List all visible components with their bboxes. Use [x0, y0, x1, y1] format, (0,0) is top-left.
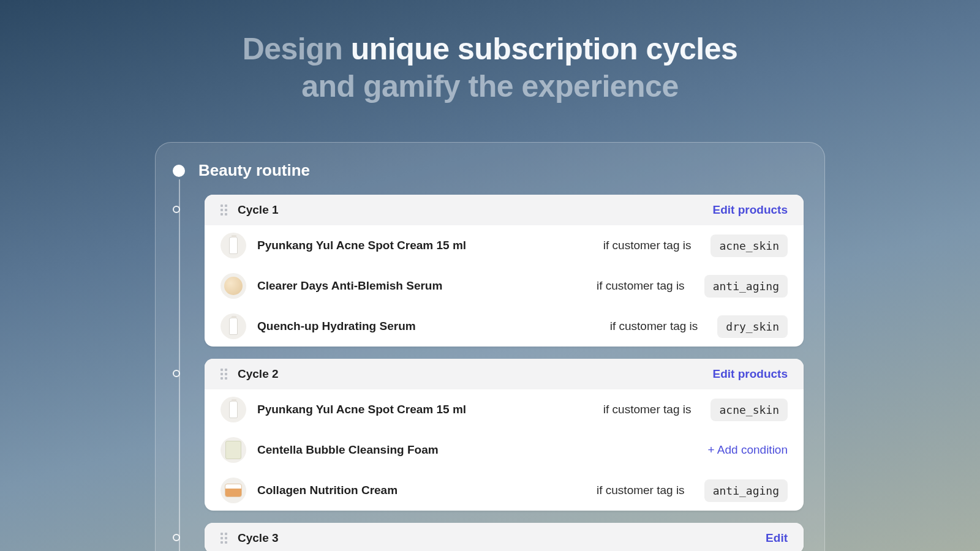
add-condition-link[interactable]: + Add condition: [708, 443, 788, 457]
timeline-dot: [173, 370, 180, 377]
drag-handle-icon[interactable]: [221, 533, 229, 544]
customer-tag-chip: acne_skin: [710, 399, 788, 421]
condition-label: if customer tag is: [603, 403, 692, 416]
product-row: Pyunkang Yul Acne Spot Cream 15 mlif cus…: [205, 389, 804, 430]
timeline-line: [179, 179, 180, 551]
customer-tag-chip: dry_skin: [717, 315, 788, 338]
product-row: Pyunkang Yul Acne Spot Cream 15 mlif cus…: [205, 225, 804, 266]
timeline-dot: [173, 206, 180, 213]
timeline-start-dot: [173, 165, 185, 177]
cycle-header: Cycle 2Edit products: [205, 359, 804, 389]
product-row: Clearer Days Anti-Blemish Serumif custom…: [205, 266, 804, 306]
condition-label: if customer tag is: [603, 239, 692, 252]
product-name: Quench-up Hydrating Serum: [257, 320, 416, 333]
cycle: Cycle 1Edit productsPyunkang Yul Acne Sp…: [205, 195, 804, 347]
product-row: Collagen Nutrition Creamif customer tag …: [205, 470, 804, 511]
hero-muted-2: and gamify the experience: [301, 69, 679, 103]
timeline-dot: [173, 534, 180, 541]
edit-products-link[interactable]: Edit: [766, 531, 788, 545]
cycle: Cycle 3Edit: [205, 523, 804, 551]
condition-label: if customer tag is: [610, 320, 698, 333]
product-name: Centella Bubble Cleansing Foam: [257, 443, 439, 457]
hero: Design unique subscription cycles and ga…: [0, 0, 980, 124]
hero-title: Design unique subscription cycles and ga…: [0, 31, 980, 105]
cycle-header: Cycle 1Edit products: [205, 195, 804, 225]
routine-header: Beauty routine: [173, 161, 804, 180]
cycle-title: Cycle 3: [238, 531, 279, 545]
cycle-card: Cycle 3Edit: [205, 523, 804, 551]
drag-handle-icon[interactable]: [221, 369, 229, 380]
routine-panel: Beauty routine Cycle 1Edit productsPyunk…: [155, 142, 825, 551]
drag-handle-icon[interactable]: [221, 204, 229, 216]
cycle: Cycle 2Edit productsPyunkang Yul Acne Sp…: [205, 359, 804, 511]
condition-label: if customer tag is: [597, 484, 685, 497]
edit-products-link[interactable]: Edit products: [713, 203, 788, 217]
product-thumbnail: [221, 233, 246, 258]
product-name: Collagen Nutrition Cream: [257, 484, 398, 497]
cycle-card: Cycle 1Edit productsPyunkang Yul Acne Sp…: [205, 195, 804, 347]
product-name: Clearer Days Anti-Blemish Serum: [257, 279, 442, 293]
product-name: Pyunkang Yul Acne Spot Cream 15 ml: [257, 239, 466, 252]
product-thumbnail: [221, 397, 246, 422]
cycle-title: Cycle 1: [238, 203, 279, 217]
cycle-card: Cycle 2Edit productsPyunkang Yul Acne Sp…: [205, 359, 804, 511]
cycle-title: Cycle 2: [238, 367, 279, 381]
customer-tag-chip: acne_skin: [710, 234, 788, 257]
product-thumbnail: [221, 313, 246, 339]
hero-muted-1: Design: [243, 32, 343, 66]
product-thumbnail: [221, 273, 246, 299]
condition-label: if customer tag is: [597, 279, 685, 293]
product-row: Quench-up Hydrating Serumif customer tag…: [205, 306, 804, 347]
product-thumbnail: [221, 478, 246, 503]
customer-tag-chip: anti_aging: [704, 479, 788, 502]
cycle-header: Cycle 3Edit: [205, 523, 804, 551]
edit-products-link[interactable]: Edit products: [713, 367, 788, 381]
customer-tag-chip: anti_aging: [704, 275, 788, 298]
hero-bright: unique subscription cycles: [351, 32, 738, 66]
product-row: Centella Bubble Cleansing Foam+ Add cond…: [205, 430, 804, 470]
routine-title: Beauty routine: [198, 161, 310, 180]
product-thumbnail: [221, 437, 246, 463]
product-name: Pyunkang Yul Acne Spot Cream 15 ml: [257, 403, 466, 416]
